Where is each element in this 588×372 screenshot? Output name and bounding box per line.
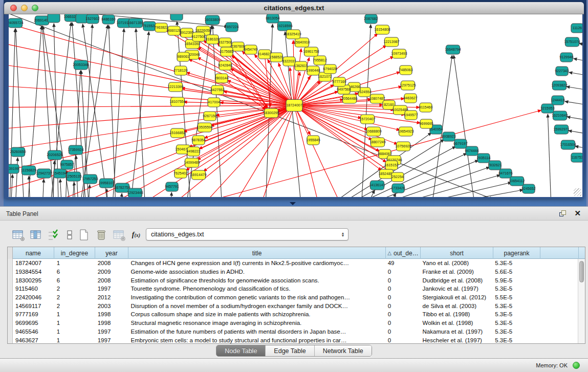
table-row[interactable]: 946554611997Estimation of the future num… bbox=[8, 327, 578, 336]
graph-node[interactable]: 9660128 bbox=[167, 26, 181, 35]
memory-ok-indicator-icon[interactable] bbox=[573, 362, 580, 369]
graph-node[interactable]: 14099489 bbox=[184, 158, 200, 167]
graph-edge[interactable] bbox=[265, 54, 271, 106]
graph-node[interactable]: 19218596 bbox=[276, 21, 292, 31]
graph-node[interactable]: 1990448 bbox=[306, 66, 320, 75]
graph-node[interactable]: 19654923 bbox=[398, 127, 413, 136]
graph-node[interactable]: 1527602 bbox=[85, 14, 99, 24]
row-height-icon[interactable] bbox=[62, 228, 77, 242]
graph-node[interactable]: 20564486 bbox=[341, 94, 357, 103]
graph-node[interactable]: 9242848 bbox=[218, 61, 232, 70]
graph-node[interactable]: 9267150 bbox=[203, 112, 216, 121]
graph-node[interactable]: 4498222 bbox=[186, 147, 200, 156]
graph-node[interactable]: 7955812 bbox=[313, 56, 326, 65]
graph-node[interactable]: 7963822 bbox=[154, 23, 168, 32]
column-visibility-icon[interactable] bbox=[29, 228, 43, 242]
graph-node[interactable]: 1545194 bbox=[53, 169, 67, 178]
graph-node[interactable]: 1955845 bbox=[306, 136, 320, 145]
graph-node[interactable]: 7857224 bbox=[225, 23, 238, 32]
graph-node[interactable]: 13535594 bbox=[197, 123, 212, 132]
function-builder-icon[interactable]: f(x) bbox=[129, 228, 143, 242]
graph-node[interactable]: 25260650 bbox=[10, 147, 26, 157]
graph-node[interactable]: 16671355 bbox=[127, 18, 143, 28]
table-row[interactable]: 977716911998Corpus callosum shape and si… bbox=[8, 310, 578, 319]
graph-node[interactable]: 20053346 bbox=[73, 60, 89, 70]
graph-node[interactable]: 9975857 bbox=[60, 160, 74, 169]
graph-node[interactable]: 15640910 bbox=[294, 38, 310, 47]
graph-node[interactable]: 9245652 bbox=[521, 184, 535, 193]
graph-node[interactable]: 11126 bbox=[571, 24, 582, 33]
graph-edge[interactable] bbox=[107, 189, 108, 197]
graph-edge[interactable] bbox=[225, 65, 267, 108]
graph-edge[interactable] bbox=[82, 25, 92, 197]
graph-node[interactable]: 20206526 bbox=[47, 150, 62, 160]
graph-node[interactable]: 6679197 bbox=[453, 139, 467, 148]
graph-edge[interactable] bbox=[293, 40, 294, 105]
graph-node[interactable]: 9474444 bbox=[465, 146, 478, 156]
table-row[interactable]: 1938455462009Genome-wide association stu… bbox=[8, 268, 578, 276]
column-header-pagerank[interactable]: pagerank bbox=[493, 247, 540, 259]
graph-node[interactable]: 2718120 bbox=[173, 66, 187, 75]
graph-edge[interactable] bbox=[339, 175, 500, 197]
graph-edge[interactable] bbox=[294, 49, 301, 105]
graph-edge[interactable] bbox=[294, 105, 348, 197]
graph-node[interactable]: 9699695 bbox=[419, 119, 433, 128]
new-table-icon[interactable] bbox=[77, 228, 91, 242]
table-settings-icon[interactable] bbox=[11, 228, 25, 242]
graph-node[interactable]: 9777169 bbox=[332, 77, 346, 86]
window-titlebar[interactable]: citations_edges.txt bbox=[4, 2, 584, 14]
graph-edge[interactable] bbox=[120, 193, 122, 197]
graph-node[interactable]: 9227343 bbox=[555, 67, 569, 76]
graph-edge[interactable] bbox=[352, 190, 523, 197]
graph-edge[interactable] bbox=[60, 179, 62, 197]
graph-node[interactable] bbox=[48, 14, 60, 23]
network-canvas[interactable]: 2405572420691406106532871527602848616010… bbox=[9, 14, 582, 197]
graph-node[interactable]: 7485063 bbox=[399, 65, 412, 75]
graph-node[interactable]: 8186328 bbox=[205, 35, 219, 44]
table-selector-dropdown[interactable]: citations_edges.txt ▲▼ bbox=[146, 228, 349, 240]
graph-node[interactable]: 939199 bbox=[9, 164, 19, 173]
graph-edge[interactable] bbox=[74, 182, 76, 197]
graph-node[interactable]: 9457791 bbox=[165, 182, 179, 191]
graph-node[interactable]: 12093822 bbox=[551, 81, 567, 90]
graph-node[interactable]: 16914479 bbox=[190, 170, 206, 180]
column-header-in_degree[interactable]: in_degree bbox=[54, 247, 95, 259]
graph-node[interactable]: 1949577 bbox=[404, 111, 418, 120]
table-row[interactable]: 969969511998Structural magnetic resonanc… bbox=[8, 319, 578, 327]
graph-node[interactable]: 16033809 bbox=[204, 15, 220, 25]
graph-node[interactable]: 17016504 bbox=[560, 140, 576, 149]
graph-node[interactable]: 10654112 bbox=[509, 177, 525, 186]
graph-node[interactable]: 9129946 bbox=[559, 53, 573, 62]
vertical-scrollbar[interactable] bbox=[578, 259, 585, 343]
table-row[interactable]: 1872400712008Changes of HCN gene express… bbox=[8, 259, 578, 268]
graph-node[interactable]: 16648794 bbox=[445, 45, 461, 54]
graph-edge[interactable] bbox=[361, 25, 371, 197]
graph-node[interactable]: 18107554 bbox=[169, 97, 185, 106]
graph-edge[interactable] bbox=[170, 192, 171, 197]
graph-edge[interactable] bbox=[222, 78, 266, 110]
graph-node[interactable]: 116753 bbox=[571, 153, 582, 162]
graph-edge[interactable] bbox=[294, 99, 371, 105]
graph-node[interactable]: 9115460 bbox=[419, 103, 433, 112]
graph-node[interactable]: 15751074 bbox=[564, 37, 580, 47]
column-header-short[interactable]: short bbox=[421, 247, 493, 259]
canvas-resize-grip-icon[interactable] bbox=[574, 188, 581, 196]
close-panel-icon[interactable]: ✕ bbox=[574, 209, 581, 217]
graph-node[interactable]: 15720407 bbox=[359, 115, 375, 124]
tab-edge-table[interactable]: Edge Table bbox=[266, 345, 314, 356]
graph-node[interactable]: 12942737 bbox=[36, 169, 52, 178]
table-row[interactable]: 1456911722003Disruption of a novel membe… bbox=[8, 301, 578, 310]
graph-edge[interactable] bbox=[574, 59, 582, 67]
tab-node-table[interactable]: Node Table bbox=[216, 345, 266, 356]
graph-edge[interactable] bbox=[129, 32, 149, 197]
table-row[interactable]: 911546021997Tourette syndrome. Phenomeno… bbox=[8, 285, 578, 293]
graph-node[interactable]: 10756928 bbox=[395, 142, 411, 151]
graph-node[interactable]: 19958107 bbox=[98, 179, 114, 188]
graph-edge[interactable] bbox=[15, 158, 18, 197]
graph-node[interactable]: 3215953 bbox=[540, 104, 554, 113]
graph-node[interactable]: 18807249 bbox=[369, 138, 385, 147]
graph-edge[interactable] bbox=[565, 101, 582, 110]
table-row[interactable]: 946362711997Embryonic stem cells: a mode… bbox=[8, 336, 578, 343]
graph-node[interactable]: 11156829 bbox=[21, 166, 36, 175]
graph-node[interactable]: 12213987 bbox=[383, 37, 399, 47]
